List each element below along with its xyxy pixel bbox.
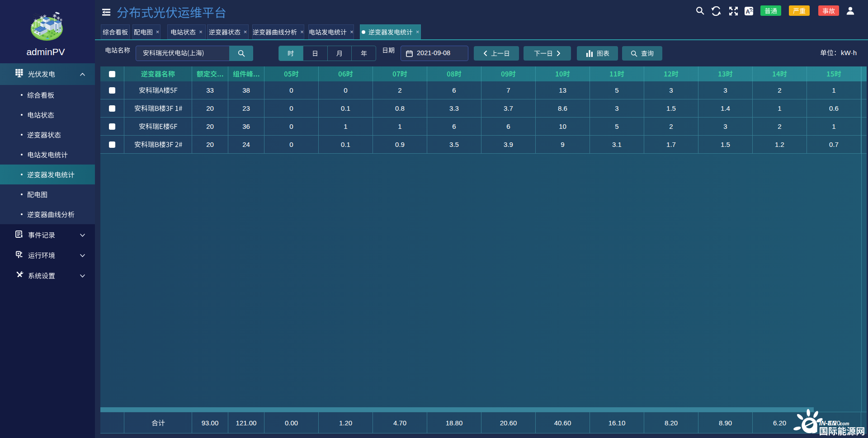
svg-text:.com: .com	[839, 421, 849, 426]
svg-text:IN-EN: IN-EN	[819, 419, 837, 427]
svg-text:A: A	[746, 9, 750, 15]
